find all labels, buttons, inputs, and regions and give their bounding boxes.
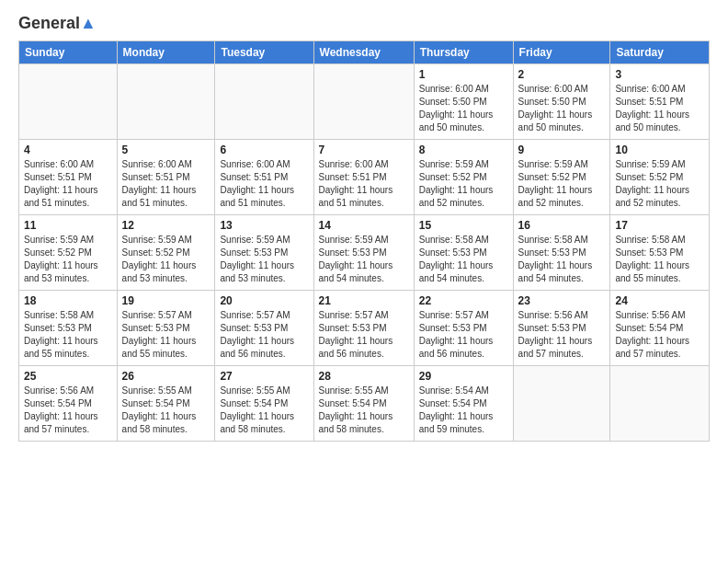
day-info: Sunrise: 5:58 AM Sunset: 5:53 PM Dayligh… bbox=[419, 234, 508, 285]
day-info: Sunrise: 5:58 AM Sunset: 5:53 PM Dayligh… bbox=[615, 234, 704, 285]
calendar-cell: 1Sunrise: 6:00 AM Sunset: 5:50 PM Daylig… bbox=[414, 63, 513, 139]
day-info: Sunrise: 5:55 AM Sunset: 5:54 PM Dayligh… bbox=[220, 385, 308, 436]
col-header-thursday: Thursday bbox=[414, 40, 513, 63]
logo-text: General▲ bbox=[18, 15, 97, 33]
day-number: 10 bbox=[615, 144, 704, 156]
calendar-cell: 5Sunrise: 6:00 AM Sunset: 5:51 PM Daylig… bbox=[117, 139, 215, 214]
day-number: 28 bbox=[319, 370, 409, 383]
day-number: 22 bbox=[419, 294, 508, 307]
col-header-saturday: Saturday bbox=[610, 40, 710, 63]
day-info: Sunrise: 5:56 AM Sunset: 5:54 PM Dayligh… bbox=[24, 385, 112, 436]
calendar-cell: 21Sunrise: 5:57 AM Sunset: 5:53 PM Dayli… bbox=[313, 290, 414, 365]
calendar-cell bbox=[117, 63, 215, 139]
calendar-cell: 22Sunrise: 5:57 AM Sunset: 5:53 PM Dayli… bbox=[414, 290, 513, 365]
day-number: 8 bbox=[419, 144, 508, 156]
day-number: 29 bbox=[419, 370, 508, 383]
day-info: Sunrise: 6:00 AM Sunset: 5:50 PM Dayligh… bbox=[419, 83, 508, 134]
col-header-monday: Monday bbox=[117, 40, 215, 63]
calendar-cell: 3Sunrise: 6:00 AM Sunset: 5:51 PM Daylig… bbox=[610, 63, 710, 139]
calendar-cell: 24Sunrise: 5:56 AM Sunset: 5:54 PM Dayli… bbox=[610, 290, 710, 365]
calendar-week-2: 4Sunrise: 6:00 AM Sunset: 5:51 PM Daylig… bbox=[19, 139, 710, 214]
day-info: Sunrise: 6:00 AM Sunset: 5:51 PM Dayligh… bbox=[319, 158, 409, 210]
day-number: 19 bbox=[122, 294, 210, 307]
day-info: Sunrise: 5:59 AM Sunset: 5:52 PM Dayligh… bbox=[122, 234, 210, 285]
day-info: Sunrise: 5:57 AM Sunset: 5:53 PM Dayligh… bbox=[419, 309, 508, 361]
calendar-cell: 26Sunrise: 5:55 AM Sunset: 5:54 PM Dayli… bbox=[117, 365, 215, 441]
header: General▲ bbox=[18, 15, 710, 33]
calendar-week-1: 1Sunrise: 6:00 AM Sunset: 5:50 PM Daylig… bbox=[19, 63, 710, 139]
calendar-cell: 19Sunrise: 5:57 AM Sunset: 5:53 PM Dayli… bbox=[117, 290, 215, 365]
calendar-cell: 11Sunrise: 5:59 AM Sunset: 5:52 PM Dayli… bbox=[19, 214, 118, 290]
day-number: 4 bbox=[24, 144, 112, 156]
calendar-cell: 23Sunrise: 5:56 AM Sunset: 5:53 PM Dayli… bbox=[513, 290, 610, 365]
col-header-tuesday: Tuesday bbox=[215, 40, 313, 63]
day-number: 16 bbox=[518, 219, 606, 232]
day-info: Sunrise: 5:55 AM Sunset: 5:54 PM Dayligh… bbox=[122, 385, 210, 436]
day-number: 6 bbox=[220, 144, 308, 156]
col-header-sunday: Sunday bbox=[19, 40, 118, 63]
day-info: Sunrise: 5:59 AM Sunset: 5:52 PM Dayligh… bbox=[615, 158, 704, 210]
col-header-friday: Friday bbox=[513, 40, 610, 63]
page: General▲ SundayMondayTuesdayWednesdayThu… bbox=[0, 0, 728, 451]
calendar-cell: 15Sunrise: 5:58 AM Sunset: 5:53 PM Dayli… bbox=[414, 214, 513, 290]
calendar-cell: 18Sunrise: 5:58 AM Sunset: 5:53 PM Dayli… bbox=[19, 290, 118, 365]
calendar-week-3: 11Sunrise: 5:59 AM Sunset: 5:52 PM Dayli… bbox=[19, 214, 710, 290]
day-number: 2 bbox=[518, 68, 606, 81]
day-info: Sunrise: 5:57 AM Sunset: 5:53 PM Dayligh… bbox=[122, 309, 210, 361]
day-number: 24 bbox=[615, 294, 704, 307]
calendar-cell bbox=[513, 365, 610, 441]
day-number: 20 bbox=[220, 294, 308, 307]
day-number: 9 bbox=[518, 144, 606, 156]
calendar-cell: 29Sunrise: 5:54 AM Sunset: 5:54 PM Dayli… bbox=[414, 365, 513, 441]
day-info: Sunrise: 5:57 AM Sunset: 5:53 PM Dayligh… bbox=[319, 309, 409, 361]
calendar-cell: 16Sunrise: 5:58 AM Sunset: 5:53 PM Dayli… bbox=[513, 214, 610, 290]
calendar-cell: 7Sunrise: 6:00 AM Sunset: 5:51 PM Daylig… bbox=[313, 139, 414, 214]
calendar-cell: 25Sunrise: 5:56 AM Sunset: 5:54 PM Dayli… bbox=[19, 365, 118, 441]
calendar-cell: 13Sunrise: 5:59 AM Sunset: 5:53 PM Dayli… bbox=[215, 214, 313, 290]
day-info: Sunrise: 6:00 AM Sunset: 5:51 PM Dayligh… bbox=[24, 158, 112, 210]
day-number: 12 bbox=[122, 219, 210, 232]
day-info: Sunrise: 5:58 AM Sunset: 5:53 PM Dayligh… bbox=[24, 309, 112, 361]
day-number: 1 bbox=[419, 68, 508, 81]
calendar-cell: 9Sunrise: 5:59 AM Sunset: 5:52 PM Daylig… bbox=[513, 139, 610, 214]
day-number: 11 bbox=[24, 219, 112, 232]
calendar-cell: 12Sunrise: 5:59 AM Sunset: 5:52 PM Dayli… bbox=[117, 214, 215, 290]
day-number: 18 bbox=[24, 294, 112, 307]
day-number: 26 bbox=[122, 370, 210, 383]
day-number: 17 bbox=[615, 219, 704, 232]
calendar-week-4: 18Sunrise: 5:58 AM Sunset: 5:53 PM Dayli… bbox=[19, 290, 710, 365]
day-number: 3 bbox=[615, 68, 704, 81]
day-info: Sunrise: 5:57 AM Sunset: 5:53 PM Dayligh… bbox=[220, 309, 308, 361]
day-number: 7 bbox=[319, 144, 409, 156]
day-number: 5 bbox=[122, 144, 210, 156]
day-info: Sunrise: 6:00 AM Sunset: 5:51 PM Dayligh… bbox=[615, 83, 704, 134]
calendar-cell bbox=[610, 365, 710, 441]
calendar-cell: 6Sunrise: 6:00 AM Sunset: 5:51 PM Daylig… bbox=[215, 139, 313, 214]
day-info: Sunrise: 5:59 AM Sunset: 5:53 PM Dayligh… bbox=[220, 234, 308, 285]
day-info: Sunrise: 5:59 AM Sunset: 5:53 PM Dayligh… bbox=[319, 234, 409, 285]
day-info: Sunrise: 6:00 AM Sunset: 5:51 PM Dayligh… bbox=[122, 158, 210, 210]
day-info: Sunrise: 5:56 AM Sunset: 5:54 PM Dayligh… bbox=[615, 309, 704, 361]
calendar-cell: 10Sunrise: 5:59 AM Sunset: 5:52 PM Dayli… bbox=[610, 139, 710, 214]
calendar-cell: 14Sunrise: 5:59 AM Sunset: 5:53 PM Dayli… bbox=[313, 214, 414, 290]
calendar-cell bbox=[215, 63, 313, 139]
day-info: Sunrise: 5:58 AM Sunset: 5:53 PM Dayligh… bbox=[518, 234, 606, 285]
calendar-cell bbox=[313, 63, 414, 139]
calendar-cell: 17Sunrise: 5:58 AM Sunset: 5:53 PM Dayli… bbox=[610, 214, 710, 290]
day-number: 25 bbox=[24, 370, 112, 383]
calendar-week-5: 25Sunrise: 5:56 AM Sunset: 5:54 PM Dayli… bbox=[19, 365, 710, 441]
day-number: 23 bbox=[518, 294, 606, 307]
day-number: 14 bbox=[319, 219, 409, 232]
calendar-cell: 28Sunrise: 5:55 AM Sunset: 5:54 PM Dayli… bbox=[313, 365, 414, 441]
calendar-cell: 2Sunrise: 6:00 AM Sunset: 5:50 PM Daylig… bbox=[513, 63, 610, 139]
calendar-cell: 27Sunrise: 5:55 AM Sunset: 5:54 PM Dayli… bbox=[215, 365, 313, 441]
day-number: 15 bbox=[419, 219, 508, 232]
day-info: Sunrise: 5:56 AM Sunset: 5:53 PM Dayligh… bbox=[518, 309, 606, 361]
logo: General▲ bbox=[18, 15, 97, 33]
header-row: SundayMondayTuesdayWednesdayThursdayFrid… bbox=[19, 40, 710, 63]
calendar-cell bbox=[19, 63, 118, 139]
calendar-cell: 20Sunrise: 5:57 AM Sunset: 5:53 PM Dayli… bbox=[215, 290, 313, 365]
day-info: Sunrise: 5:55 AM Sunset: 5:54 PM Dayligh… bbox=[319, 385, 409, 436]
day-info: Sunrise: 5:54 AM Sunset: 5:54 PM Dayligh… bbox=[419, 385, 508, 436]
day-number: 21 bbox=[319, 294, 409, 307]
